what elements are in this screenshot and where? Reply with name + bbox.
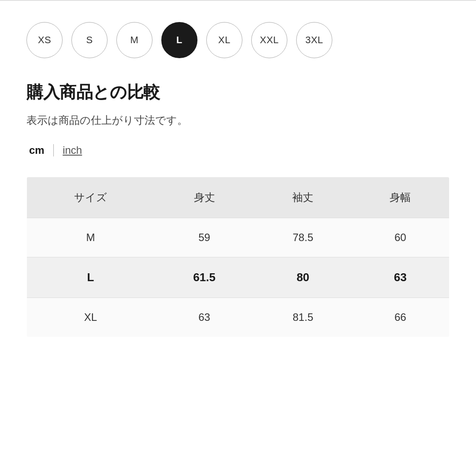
table-header-row: サイズ身丈袖丈身幅 (27, 177, 450, 218)
table-cell-0-2: 78.5 (254, 218, 352, 257)
size-button-3xl[interactable]: 3XL (296, 22, 332, 58)
table-col-header-1: 身丈 (154, 177, 254, 218)
size-button-s[interactable]: S (71, 22, 108, 58)
table-cell-1-3: 63 (352, 257, 450, 298)
table-header: サイズ身丈袖丈身幅 (27, 177, 450, 218)
table-cell-1-1: 61.5 (154, 257, 254, 298)
table-cell-1-2: 80 (254, 257, 352, 298)
table-row: L61.58063 (27, 257, 450, 298)
main-content: XSSMLXLXXL3XL 購入商品との比較 表示は商品の仕上がり寸法です。 c… (0, 1, 476, 476)
table-row: XL6381.566 (27, 298, 450, 337)
unit-cm-button[interactable]: cm (26, 143, 47, 157)
table-body: M5978.560L61.58063XL6381.566 (27, 218, 450, 337)
size-button-l[interactable]: L (161, 22, 197, 58)
table-cell-2-0: XL (27, 298, 154, 337)
table-cell-2-3: 66 (352, 298, 450, 337)
table-cell-2-1: 63 (154, 298, 254, 337)
table-cell-0-3: 60 (352, 218, 450, 257)
unit-toggle: cm inch (26, 143, 450, 157)
size-button-xl[interactable]: XL (206, 22, 242, 58)
table-col-header-3: 身幅 (352, 177, 450, 218)
unit-divider (53, 144, 54, 156)
table-cell-0-1: 59 (154, 218, 254, 257)
size-table: サイズ身丈袖丈身幅 M5978.560L61.58063XL6381.566 (26, 177, 450, 337)
size-button-m[interactable]: M (116, 22, 152, 58)
table-row: M5978.560 (27, 218, 450, 257)
size-button-xxl[interactable]: XXL (251, 22, 287, 58)
size-selector: XSSMLXLXXL3XL (26, 22, 450, 58)
section-heading: 購入商品との比較 (26, 81, 450, 104)
table-cell-1-0: L (27, 257, 154, 298)
table-col-header-0: サイズ (27, 177, 154, 218)
table-cell-2-2: 81.5 (254, 298, 352, 337)
section-description: 表示は商品の仕上がり寸法です。 (26, 113, 450, 127)
table-cell-0-0: M (27, 218, 154, 257)
size-button-xs[interactable]: XS (26, 22, 63, 58)
table-col-header-2: 袖丈 (254, 177, 352, 218)
unit-inch-button[interactable]: inch (60, 143, 85, 157)
